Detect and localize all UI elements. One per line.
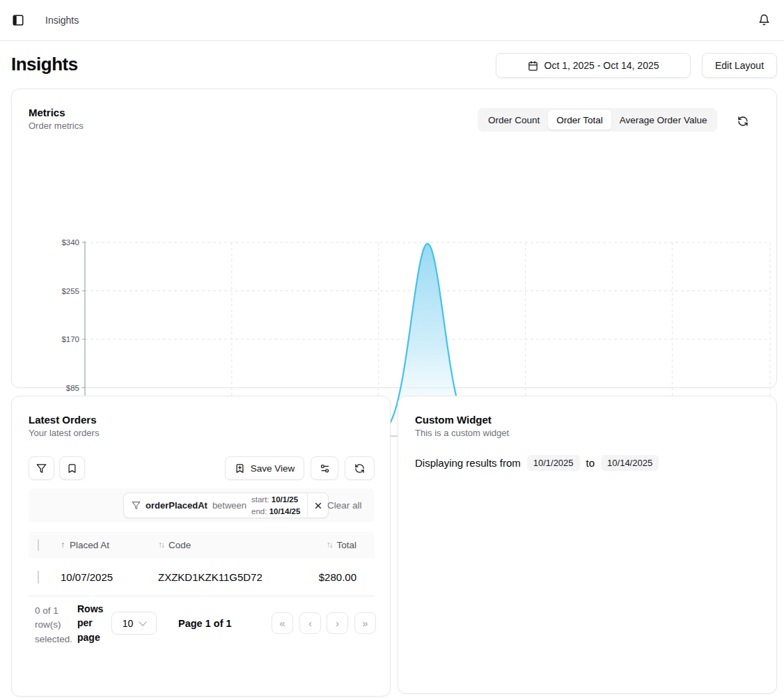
select-all-checkbox[interactable] (38, 539, 39, 551)
latest-orders-card: Latest Orders Your latest orders Save Vi… (11, 396, 391, 697)
custom-widget-subtitle: This is a custom widget (415, 428, 509, 438)
latest-orders-title: Latest Orders (29, 414, 97, 426)
filter-operator: between (212, 500, 246, 511)
svg-text:$255: $255 (61, 287, 79, 295)
chevrons-right-icon: » (362, 617, 368, 629)
active-filters-bar: orderPlacedAt between start: 10/1/25 end… (29, 488, 375, 522)
refresh-icon (737, 116, 748, 127)
edit-layout-button[interactable]: Edit Layout (702, 53, 777, 78)
bookmark-icon (67, 463, 77, 474)
sort-icon: ↑↓ (326, 540, 331, 550)
view-options-button[interactable] (311, 456, 338, 480)
column-header-placed-at[interactable]: ↑ Placed At (59, 540, 157, 550)
results-prefix: Displaying results from (415, 457, 521, 469)
table-refresh-button[interactable] (345, 456, 375, 480)
panel-left-icon (12, 14, 24, 26)
sort-asc-icon: ↑ (61, 540, 65, 550)
orders-table: ↑ Placed At ↑↓ Code ↑↓ Total 10/07/2025 … (29, 532, 375, 596)
insights-page: Insights Insights Oct 1, 2025 - Oct 14, … (0, 0, 784, 698)
bell-icon (758, 14, 770, 26)
save-view-label: Save View (251, 463, 295, 474)
previous-page-button[interactable]: ‹ (299, 612, 321, 634)
refresh-icon (354, 463, 365, 474)
custom-widget-card: Custom Widget This is a custom widget Di… (398, 396, 777, 694)
saved-views-button[interactable] (59, 456, 85, 480)
table-row: 10/07/2025 ZXZKD1KZK11G5D72 $280.00 (29, 558, 375, 596)
metrics-card: Metrics Order metrics Order Count Order … (11, 88, 777, 388)
column-header-code[interactable]: ↑↓ Code (157, 540, 294, 550)
rows-per-page-value: 10 (123, 618, 134, 629)
column-header-total[interactable]: ↑↓ Total (294, 540, 375, 550)
funnel-icon (36, 463, 47, 474)
last-page-button[interactable]: » (354, 612, 376, 634)
custom-widget-body: Displaying results from 10/1/2025 to 10/… (415, 455, 659, 471)
rows-per-page-label: Rows per page (77, 602, 112, 644)
filter-button[interactable] (29, 456, 54, 480)
svg-text:$170: $170 (61, 335, 79, 343)
to-word: to (586, 457, 595, 469)
metrics-subtitle: Order metrics (29, 121, 84, 131)
tab-order-count[interactable]: Order Count (480, 110, 548, 130)
x-icon (313, 501, 323, 511)
svg-text:$85: $85 (66, 384, 79, 392)
filter-field: orderPlacedAt (146, 500, 207, 511)
metrics-title: Metrics (29, 107, 65, 118)
filter-range: start: 10/1/25 end: 10/14/25 (251, 494, 300, 517)
funnel-icon (132, 501, 141, 510)
calendar-icon (528, 61, 538, 71)
rows-per-page-select[interactable]: 10 (111, 612, 157, 635)
sidebar-toggle-button[interactable] (8, 10, 28, 30)
date-range-label: Oct 1, 2025 - Oct 14, 2025 (544, 60, 659, 71)
sort-icon: ↑↓ (158, 540, 164, 550)
from-date-chip: 10/1/2025 (527, 455, 580, 471)
next-page-button[interactable]: › (327, 612, 348, 634)
bookmark-plus-icon (235, 463, 245, 474)
topbar: Insights (0, 0, 784, 41)
cell-code: ZXZKD1KZK11G5D72 (157, 571, 294, 583)
tab-order-total[interactable]: Order Total (548, 110, 611, 130)
selected-rows-note: 0 of 1 row(s) selected. (35, 604, 78, 646)
chevrons-left-icon: « (279, 617, 285, 629)
page-indicator: Page 1 of 1 (178, 612, 232, 635)
custom-widget-title: Custom Widget (415, 414, 492, 426)
cell-total: $280.00 (294, 571, 375, 583)
metric-tabs: Order Count Order Total Average Order Va… (478, 108, 717, 132)
notifications-button[interactable] (754, 10, 774, 29)
clear-all-button[interactable]: Clear all (327, 488, 362, 522)
chevron-right-icon: › (336, 617, 339, 629)
save-view-button[interactable]: Save View (225, 456, 304, 480)
row-checkbox[interactable] (38, 571, 39, 584)
sliders-icon (320, 463, 330, 474)
pagination: 0 of 1 row(s) selected. Rows per page 10… (29, 597, 375, 646)
table-header-row: ↑ Placed At ↑↓ Code ↑↓ Total (29, 532, 375, 558)
chevron-down-icon (139, 618, 147, 626)
filter-chip-order-placed-at[interactable]: orderPlacedAt between start: 10/1/25 end… (123, 493, 329, 518)
tab-average-order-value[interactable]: Average Order Value (611, 110, 716, 130)
svg-text:$340: $340 (61, 238, 79, 247)
metrics-refresh-button[interactable] (735, 113, 751, 130)
to-date-chip: 10/14/2025 (601, 455, 659, 471)
date-range-button[interactable]: Oct 1, 2025 - Oct 14, 2025 (496, 53, 691, 78)
remove-filter-button[interactable] (307, 493, 328, 518)
edit-layout-label: Edit Layout (715, 60, 764, 71)
chevron-left-icon: ‹ (308, 617, 312, 629)
cell-placed-at: 10/07/2025 (59, 571, 157, 583)
latest-orders-subtitle: Your latest orders (29, 428, 99, 438)
page-title: Insights (11, 54, 78, 75)
first-page-button[interactable]: « (272, 612, 293, 634)
breadcrumb: Insights (45, 15, 79, 26)
